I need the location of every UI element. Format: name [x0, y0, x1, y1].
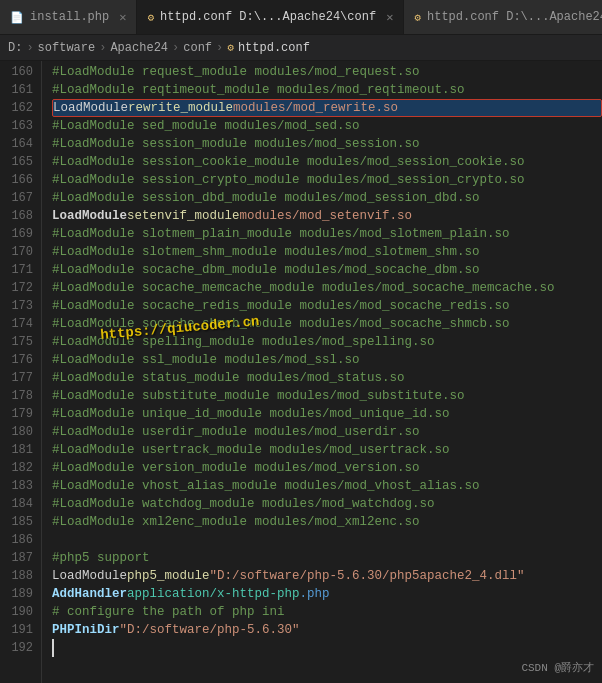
code-line: #php5 support — [52, 549, 602, 567]
line-number: 178 — [0, 387, 33, 405]
line-number: 187 — [0, 549, 33, 567]
module-path: modules/mod_setenvif.so — [240, 207, 413, 225]
line-number: 168 — [0, 207, 33, 225]
line-number: 192 — [0, 639, 33, 657]
line-number: 185 — [0, 513, 33, 531]
code-line: #LoadModule substitute_module modules/mo… — [52, 387, 602, 405]
comment-text: # configure the path of php ini — [52, 603, 285, 621]
code-line: #LoadModule version_module modules/mod_v… — [52, 459, 602, 477]
code-line: #LoadModule spelling_module modules/mod_… — [52, 333, 602, 351]
code-line: #LoadModule slotmem_plain_module modules… — [52, 225, 602, 243]
breadcrumb-software[interactable]: software — [38, 41, 96, 55]
module-name: rewrite_module — [128, 99, 233, 117]
module-path-string: "D:/software/php-5.6.30/php5apache2_4.dl… — [210, 567, 525, 585]
line-number: 164 — [0, 135, 33, 153]
line-number: 186 — [0, 531, 33, 549]
tab-install-label: install.php — [30, 10, 109, 24]
tab-install-close[interactable]: ✕ — [119, 10, 126, 25]
directive: AddHandler — [52, 585, 127, 603]
breadcrumb-apache24[interactable]: Apache24 — [110, 41, 168, 55]
keyword: LoadModule — [52, 567, 127, 585]
module-path: modules/mod_rewrite.so — [233, 99, 398, 117]
code-line: #LoadModule session_module modules/mod_s… — [52, 135, 602, 153]
line-number: 166 — [0, 171, 33, 189]
code-line: #LoadModule session_crypto_module module… — [52, 171, 602, 189]
line-number: 162 — [0, 99, 33, 117]
comment-text: #LoadModule ssl_module modules/mod_ssl.s… — [52, 351, 360, 369]
code-line: #LoadModule socache_shmcb_module modules… — [52, 315, 602, 333]
comment-text: #LoadModule unique_id_module modules/mod… — [52, 405, 450, 423]
code-line: #LoadModule xml2enc_module modules/mod_x… — [52, 513, 602, 531]
comment-text: #LoadModule watchdog_module modules/mod_… — [52, 495, 435, 513]
comment-text: #LoadModule session_module modules/mod_s… — [52, 135, 420, 153]
module-name: setenvif_module — [127, 207, 240, 225]
phpinidir-directive: PHPIniDir — [52, 621, 120, 639]
line-number: 184 — [0, 495, 33, 513]
line-number: 190 — [0, 603, 33, 621]
line-number: 188 — [0, 567, 33, 585]
line-number: 176 — [0, 351, 33, 369]
handler-type: application/x-httpd-php — [127, 585, 300, 603]
comment-text: #LoadModule socache_shmcb_module modules… — [52, 315, 510, 333]
code-line: #LoadModule session_cookie_module module… — [52, 153, 602, 171]
code-line: #LoadModule userdir_module modules/mod_u… — [52, 423, 602, 441]
line-number: 163 — [0, 117, 33, 135]
phpinidir-path: "D:/software/php-5.6.30" — [120, 621, 300, 639]
comment-text: #LoadModule version_module modules/mod_v… — [52, 459, 420, 477]
tab-httpd2[interactable]: ⚙ httpd.conf D:\...Apache24.62\... — [404, 0, 602, 34]
line-number: 182 — [0, 459, 33, 477]
breadcrumb-conf[interactable]: conf — [183, 41, 212, 55]
code-line: #LoadModule socache_memcache_module modu… — [52, 279, 602, 297]
code-line: #LoadModule request_module modules/mod_r… — [52, 63, 602, 81]
code-line: # configure the path of php ini — [52, 603, 602, 621]
line-number: 173 — [0, 297, 33, 315]
tab-httpd1-close[interactable]: ✕ — [386, 10, 393, 25]
keyword: LoadModule — [52, 207, 127, 225]
breadcrumb: D: › software › Apache24 › conf › ⚙ http… — [0, 35, 602, 61]
tab-httpd2-label: httpd.conf D:\...Apache24.62\... — [427, 10, 602, 24]
code-line — [52, 531, 602, 549]
code-content[interactable]: #LoadModule request_module modules/mod_r… — [42, 61, 602, 683]
code-line: #LoadModule reqtimeout_module modules/mo… — [52, 81, 602, 99]
line-number: 177 — [0, 369, 33, 387]
code-line — [52, 639, 602, 657]
line-number: 170 — [0, 243, 33, 261]
cursor — [52, 639, 62, 657]
handler-ext: .php — [300, 585, 330, 603]
conf-icon-2: ⚙ — [414, 11, 421, 24]
line-numbers: 1601611621631641651661671681691701711721… — [0, 61, 42, 683]
code-line: LoadModule setenvif_module modules/mod_s… — [52, 207, 602, 225]
tab-httpd1-label: httpd.conf D:\...Apache24\conf — [160, 10, 376, 24]
line-number: 179 — [0, 405, 33, 423]
comment-text: #LoadModule xml2enc_module modules/mod_x… — [52, 513, 420, 531]
code-line: AddHandler application/x-httpd-php .php — [52, 585, 602, 603]
comment-text: #LoadModule socache_redis_module modules… — [52, 297, 510, 315]
file-gear-icon: ⚙ — [227, 41, 234, 54]
code-line: #LoadModule watchdog_module modules/mod_… — [52, 495, 602, 513]
line-number: 175 — [0, 333, 33, 351]
module-name: php5_module — [127, 567, 210, 585]
tab-httpd1[interactable]: ⚙ httpd.conf D:\...Apache24\conf ✕ — [137, 0, 404, 34]
line-number: 165 — [0, 153, 33, 171]
code-line: #LoadModule sed_module modules/mod_sed.s… — [52, 117, 602, 135]
tab-install[interactable]: 📄 install.php ✕ — [0, 0, 137, 34]
comment-text: #LoadModule usertrack_module modules/mod… — [52, 441, 450, 459]
code-line: #LoadModule socache_redis_module modules… — [52, 297, 602, 315]
comment-text: #LoadModule spelling_module modules/mod_… — [52, 333, 435, 351]
code-line: #LoadModule ssl_module modules/mod_ssl.s… — [52, 351, 602, 369]
line-number: 160 — [0, 63, 33, 81]
line-number: 189 — [0, 585, 33, 603]
tab-bar: 📄 install.php ✕ ⚙ httpd.conf D:\...Apach… — [0, 0, 602, 35]
line-number: 191 — [0, 621, 33, 639]
code-line: #LoadModule session_dbd_module modules/m… — [52, 189, 602, 207]
conf-icon-1: ⚙ — [147, 11, 154, 24]
code-line: #LoadModule usertrack_module modules/mod… — [52, 441, 602, 459]
comment-text: #LoadModule slotmem_shm_module modules/m… — [52, 243, 480, 261]
code-editor[interactable]: 1601611621631641651661671681691701711721… — [0, 61, 602, 683]
line-number: 174 — [0, 315, 33, 333]
comment-text: #LoadModule session_crypto_module module… — [52, 171, 525, 189]
comment-text: #LoadModule slotmem_plain_module modules… — [52, 225, 510, 243]
code-line: #LoadModule socache_dbm_module modules/m… — [52, 261, 602, 279]
line-number: 181 — [0, 441, 33, 459]
line-number: 172 — [0, 279, 33, 297]
